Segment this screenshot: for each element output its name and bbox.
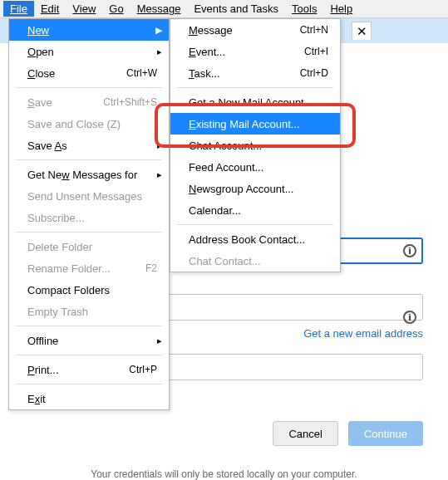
new-chat-contact: Chat Contact...	[170, 250, 340, 272]
separator	[177, 87, 333, 88]
button-row: Cancel Continue	[273, 421, 423, 446]
separator	[16, 159, 162, 160]
file-close[interactable]: Close Ctrl+W	[9, 62, 169, 84]
menu-help[interactable]: Help	[323, 1, 359, 17]
file-save-as[interactable]: Save As ▸	[9, 135, 169, 156]
file-open[interactable]: Open ▸	[9, 41, 169, 62]
separator	[177, 224, 333, 225]
info-icon[interactable]: i	[403, 244, 416, 257]
close-icon: ✕	[357, 24, 367, 39]
new-event[interactable]: Event... Ctrl+I	[170, 41, 340, 62]
new-submenu: Message Ctrl+N Event... Ctrl+I Task... C…	[170, 18, 341, 272]
menu-file[interactable]: File	[3, 1, 34, 17]
new-calendar[interactable]: Calendar...	[170, 199, 340, 221]
file-new[interactable]: New ▶	[9, 19, 169, 41]
footer-text: Your credentials will only be stored loc…	[0, 468, 448, 480]
file-print[interactable]: Print... Ctrl+P	[9, 359, 169, 380]
new-newsgroup-account[interactable]: Newsgroup Account...	[170, 178, 340, 199]
file-rename-folder: Rename Folder... F2	[9, 257, 169, 279]
chevron-right-icon: ▶	[155, 25, 162, 36]
separator	[16, 384, 162, 384]
menu-view[interactable]: View	[66, 1, 102, 17]
cancel-button[interactable]: Cancel	[273, 421, 337, 446]
menu-go[interactable]: Go	[102, 1, 130, 17]
new-address-book-contact[interactable]: Address Book Contact...	[170, 228, 340, 250]
separator	[16, 232, 162, 233]
file-send-unsent: Send Unsent Messages	[9, 185, 169, 207]
separator	[16, 326, 162, 326]
new-feed-account[interactable]: Feed Account...	[170, 156, 340, 178]
continue-button[interactable]: Continue	[348, 421, 423, 446]
new-get-mail-account[interactable]: Get a New Mail Account...	[170, 91, 340, 113]
tab-close-button[interactable]: ✕	[352, 22, 372, 40]
menu-edit[interactable]: Edit	[34, 1, 66, 17]
file-dropdown: New ▶ Open ▸ Close Ctrl+W Save Ctrl+Shif…	[8, 18, 170, 410]
menubar: File Edit View Go Message Events and Tas…	[0, 0, 448, 18]
separator	[16, 87, 162, 88]
separator	[16, 355, 162, 355]
file-exit[interactable]: Exit	[9, 388, 169, 409]
menu-events-tasks[interactable]: Events and Tasks	[187, 1, 285, 17]
chevron-right-icon: ▸	[157, 336, 162, 346]
chevron-right-icon: ▸	[157, 47, 162, 57]
info-icon[interactable]: i	[403, 311, 416, 324]
file-save: Save Ctrl+Shift+S	[9, 91, 169, 113]
file-get-new-messages[interactable]: Get New Messages for ▸	[9, 164, 169, 185]
file-offline[interactable]: Offline ▸	[9, 330, 169, 351]
file-empty-trash: Empty Trash	[9, 301, 169, 322]
file-subscribe: Subscribe...	[9, 207, 169, 228]
chevron-right-icon: ▸	[157, 140, 162, 151]
new-message[interactable]: Message Ctrl+N	[170, 19, 340, 41]
file-delete-folder: Delete Folder	[9, 236, 169, 257]
menu-tools[interactable]: Tools	[285, 1, 323, 17]
file-save-close: Save and Close (Z)	[9, 113, 169, 135]
menu-message[interactable]: Message	[130, 1, 188, 17]
chevron-right-icon: ▸	[157, 169, 162, 180]
new-task[interactable]: Task... Ctrl+D	[170, 62, 340, 84]
new-existing-mail-account[interactable]: Existing Mail Account...	[170, 113, 340, 135]
file-compact-folders[interactable]: Compact Folders	[9, 279, 169, 301]
new-chat-account[interactable]: Chat Account...	[170, 135, 340, 156]
